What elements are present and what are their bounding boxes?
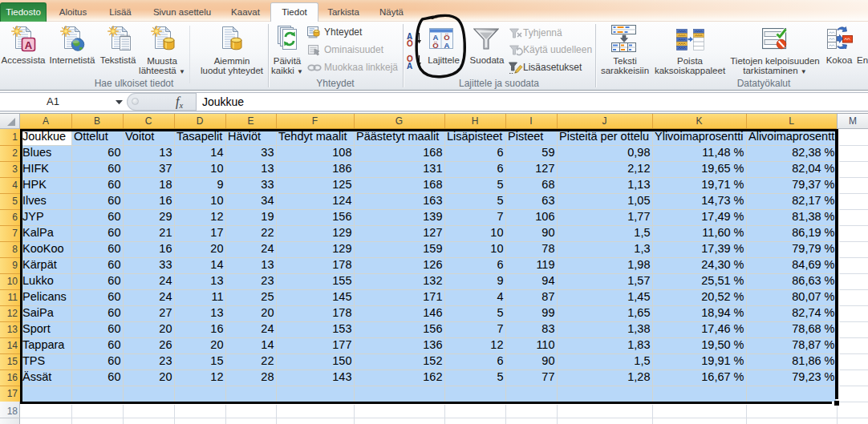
svg-text:A: A bbox=[25, 39, 33, 51]
